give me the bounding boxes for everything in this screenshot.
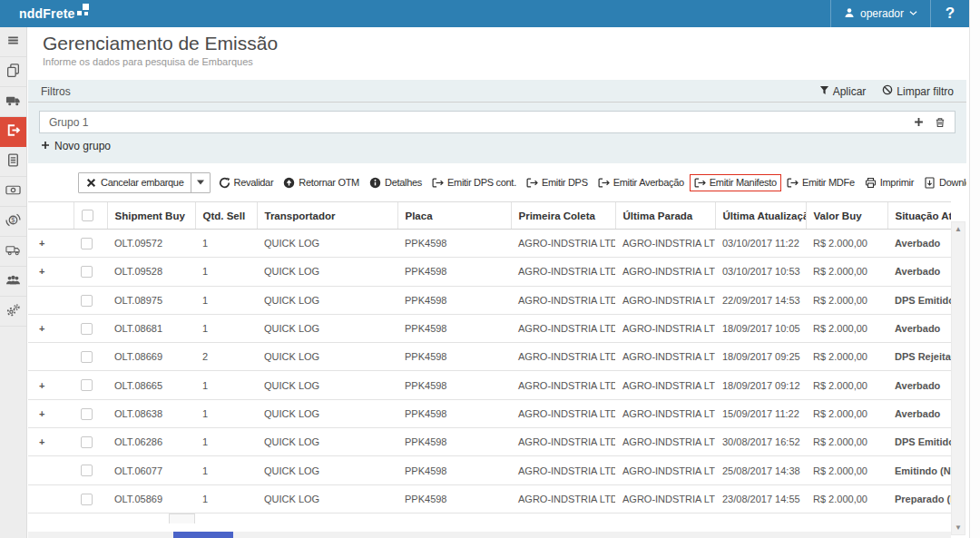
column-header[interactable]: Última Parada — [615, 202, 715, 230]
column-header[interactable]: Última Atualização — [715, 202, 806, 230]
scroll-up-arrow-icon[interactable]: ▲ — [952, 225, 965, 233]
row-checkbox[interactable] — [81, 494, 93, 505]
help-button[interactable]: ? — [931, 0, 969, 27]
toolbar-button-details[interactable]: Detalhes — [365, 174, 426, 191]
column-header[interactable]: Primeira Coleta — [511, 202, 615, 230]
column-header[interactable]: Valor Buy — [806, 202, 887, 230]
cell-qty: 1 — [195, 456, 257, 484]
page-scrollbar-gutter — [969, 0, 980, 538]
expand-row-button — [28, 343, 74, 371]
filters-header: Filtros Aplicar Limpar filtro — [28, 80, 966, 103]
trash-icon[interactable] — [935, 117, 946, 128]
add-filter-icon[interactable] — [914, 117, 924, 127]
toolbar-button-revalidate[interactable]: Revalidar — [214, 174, 279, 191]
expand-row-button[interactable]: + — [28, 258, 74, 286]
expand-row-button[interactable]: + — [28, 314, 74, 342]
vertical-scrollbar[interactable]: ▲ ▼ — [951, 221, 965, 535]
toolbar-button-return-otm[interactable]: Retornar OTM — [279, 174, 364, 191]
help-label: ? — [946, 5, 955, 23]
row-checkbox[interactable] — [81, 465, 93, 476]
cell-first-pickup: AGRO-INDSTRIA LTDA. — [511, 343, 615, 371]
cell-first-pickup: AGRO-INDSTRIA LTDA. — [511, 399, 615, 427]
column-header[interactable]: Placa — [397, 202, 511, 230]
toolbar-button-cancel-shipment[interactable]: Cancelar embarque — [79, 173, 191, 192]
gears-icon — [5, 302, 21, 321]
toolbar-button-emit-dps-cont[interactable]: Emitir DPS cont. — [427, 174, 521, 191]
row-checkbox[interactable] — [81, 408, 93, 420]
hscroll-thumb[interactable] — [173, 532, 233, 538]
status-badge: Averbado — [887, 399, 951, 427]
cell-first-pickup: AGRO-INDSTRIA LTDA. — [511, 230, 615, 258]
user-menu[interactable]: operador — [830, 0, 931, 27]
sidebar-item-fleet[interactable] — [0, 237, 26, 267]
status-badge: DPS Emitido — [887, 428, 951, 456]
toolbar-caret-cancel-shipment[interactable] — [191, 173, 210, 192]
row-checkbox[interactable] — [81, 266, 93, 278]
emit-icon — [787, 177, 799, 189]
sidebar-item-shipments[interactable] — [0, 87, 26, 117]
toolbar-button-emit-manifesto[interactable]: Emitir Manifesto — [690, 174, 781, 191]
status-badge: Averbado — [887, 314, 951, 342]
sidebar-item-currency[interactable]: $ — [0, 207, 26, 237]
table-row: +OLT.062861QUICK LOGPPK4598AGRO-INDSTRIA… — [28, 428, 951, 456]
page-title: Gerenciamento de Emissão — [43, 33, 966, 54]
user-icon — [844, 7, 855, 18]
sidebar-item-users[interactable] — [0, 267, 26, 297]
column-header[interactable]: Transportador — [257, 202, 397, 230]
row-checkbox[interactable] — [81, 295, 93, 307]
sidebar-item-settings[interactable] — [0, 297, 26, 327]
row-checkbox[interactable] — [81, 379, 93, 391]
cell-updated: 03/10/2017 10:53 — [715, 258, 806, 286]
sidebar-item-billing[interactable] — [0, 177, 26, 207]
toolbar-button-emit-dps[interactable]: Emitir DPS — [522, 174, 593, 191]
apply-filter-button[interactable]: Aplicar — [819, 84, 867, 98]
row-checkbox[interactable] — [81, 323, 93, 335]
cell-shipment: OLT.08975 — [107, 286, 195, 314]
filters-title: Filtros — [41, 85, 71, 98]
toolbar-button-print[interactable]: Imprimir — [860, 174, 918, 191]
expand-row-button[interactable]: + — [28, 230, 74, 258]
horizontal-scrollbar[interactable] — [28, 532, 951, 538]
sidebar-item-emission[interactable] — [0, 117, 26, 147]
cell-plate: PPK4598 — [397, 343, 511, 371]
expand-row-button[interactable]: + — [28, 371, 74, 399]
table-row: OLT.060771QUICK LOGPPK4598AGRO-INDSTRIA … — [28, 456, 951, 484]
filter-group-name: Grupo 1 — [49, 116, 88, 129]
brand-logo: nddFrete — [19, 6, 89, 22]
new-group-button[interactable]: Novo grupo — [41, 140, 111, 152]
sidebar-item-documents[interactable] — [0, 57, 26, 87]
row-checkbox[interactable] — [81, 436, 93, 448]
plus-icon — [41, 141, 50, 150]
shipments-table: Shipment BuyQtd. SellTransportadorPlacaP… — [28, 201, 951, 514]
cell-shipment: OLT.08638 — [107, 399, 195, 427]
refresh-icon — [219, 177, 230, 189]
expand-row-button[interactable]: + — [28, 428, 74, 456]
expand-row-button[interactable]: + — [28, 399, 74, 427]
select-cell — [74, 399, 107, 427]
cell-qty: 1 — [195, 286, 257, 314]
status-badge: DPS Rejeitado — [887, 343, 951, 371]
sidebar-item-reports[interactable] — [0, 147, 26, 177]
cell-carrier: QUICK LOG — [257, 399, 397, 427]
scroll-down-arrow-icon[interactable]: ▼ — [952, 523, 965, 532]
emit-icon — [694, 177, 706, 189]
clear-filter-button[interactable]: Limpar filtro — [882, 84, 954, 98]
sidebar-item-menu-toggle[interactable] — [0, 27, 26, 57]
toolbar-button-emit-mdfe[interactable]: Emitir MDFe — [782, 174, 859, 191]
column-header[interactable]: Shipment Buy — [107, 202, 195, 230]
row-checkbox[interactable] — [81, 238, 93, 249]
cell-value: R$ 2.000,00 — [806, 371, 887, 399]
cell-value: R$ 2.000,00 — [806, 286, 887, 314]
print-icon — [865, 177, 877, 189]
column-header[interactable]: Situação Atual — [887, 202, 951, 230]
filter-group-bar[interactable]: Grupo 1 — [39, 111, 956, 133]
toolbar-button-download-manifesto[interactable]: Download Manifesto — [919, 174, 966, 191]
column-header[interactable]: Qtd. Sell — [195, 202, 257, 230]
row-checkbox[interactable] — [81, 351, 93, 363]
cell-value: R$ 2.000,00 — [806, 343, 887, 371]
select-all-checkbox[interactable] — [82, 210, 93, 221]
user-name: operador — [860, 7, 904, 20]
cell-last-stop: AGRO-INDSTRIA LTDA. — [615, 314, 715, 342]
ban-icon — [882, 84, 893, 95]
toolbar-button-emit-averbacao[interactable]: Emitir Averbação — [593, 174, 689, 191]
